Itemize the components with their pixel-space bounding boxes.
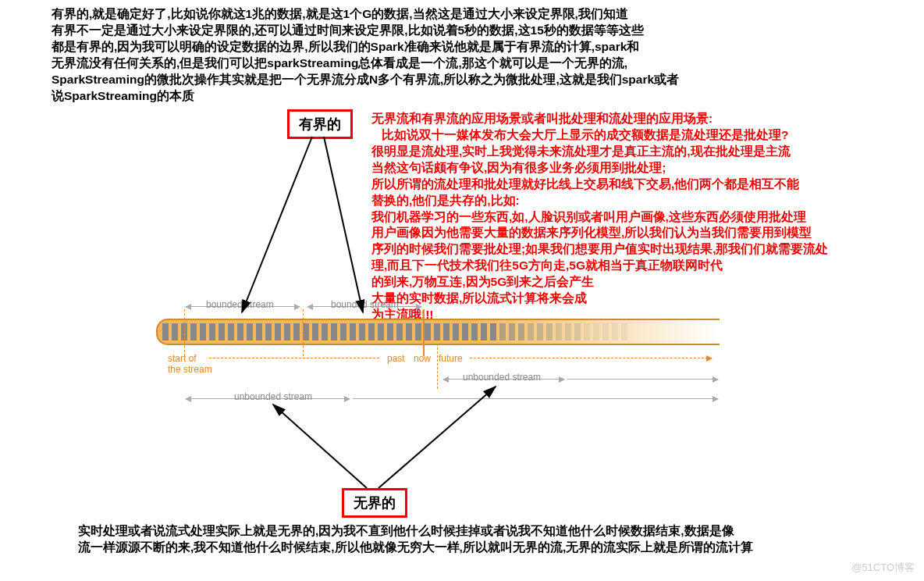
diagram-page: 有界的,就是确定好了,比如说你就这1兆的数据,就是这1个G的数据,当然这是通过大…	[0, 0, 924, 581]
red-commentary: 无界流和有界流的应用场景或者叫批处理和流处理的应用场景: 比如说双十一媒体发布大…	[371, 111, 871, 323]
marker-now	[423, 309, 425, 356]
svg-line-1	[324, 137, 363, 312]
label-now: now	[414, 353, 431, 364]
box-unbounded: 无界的	[342, 488, 407, 518]
marker-div-3	[437, 344, 438, 389]
label-start: start of the stream	[168, 353, 212, 375]
stream-ticks	[158, 320, 720, 344]
watermark: @51CTO博客	[851, 561, 915, 575]
svg-line-0	[242, 137, 312, 312]
top-paragraph: 有界的,就是确定好了,比如说你就这1兆的数据,就是这1个G的数据,当然这是通过大…	[52, 6, 832, 105]
label-future: future	[439, 353, 463, 364]
box-bounded: 有界的	[287, 109, 353, 139]
marker-start	[184, 309, 185, 356]
range-unbounded-arrow-2	[353, 398, 718, 399]
stream-bar	[156, 319, 720, 345]
marker-div-1	[303, 309, 304, 356]
label-bounded-2: bounded stream	[331, 299, 399, 310]
bottom-paragraph: 实时处理或者说流式处理实际上就是无界的,因为我不直到他什么时候挂掉或者说我不知道…	[78, 523, 890, 556]
range-unbounded-arrow-1	[567, 379, 718, 380]
svg-line-2	[273, 405, 367, 488]
label-bounded-1: bounded stream	[206, 299, 274, 310]
label-past: past	[387, 353, 405, 364]
svg-line-3	[378, 387, 496, 488]
timeline-past-bar	[209, 358, 379, 358]
label-unbounded-1: unbounded stream	[463, 372, 541, 383]
timeline-future-arrow	[470, 358, 712, 358]
label-unbounded-2: unbounded stream	[234, 391, 312, 402]
